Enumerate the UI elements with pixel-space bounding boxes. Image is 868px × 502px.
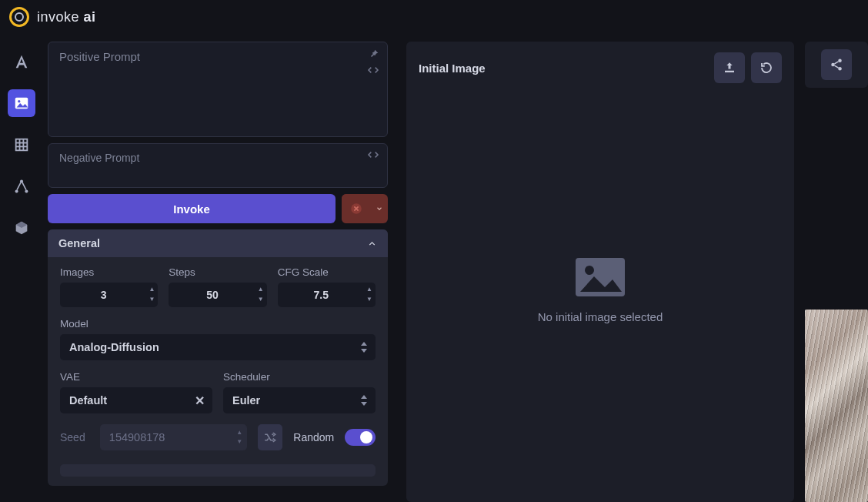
image-placeholder-icon xyxy=(576,258,625,296)
nav-image-tab[interactable] xyxy=(8,89,35,117)
steps-input[interactable]: 50 ▲▼ xyxy=(169,283,266,307)
embed-icon[interactable] xyxy=(367,64,379,76)
app-title: invoke ai xyxy=(37,9,96,25)
seed-input[interactable]: 154908178 ▲▼ xyxy=(100,424,247,450)
svg-point-1 xyxy=(18,100,20,102)
model-select[interactable]: Analog-Diffusion xyxy=(60,334,376,360)
negative-prompt-input[interactable]: Negative Prompt xyxy=(48,143,388,188)
seed-label: Seed xyxy=(60,431,89,443)
svg-marker-12 xyxy=(361,349,367,353)
nav-grid-tab[interactable] xyxy=(8,131,35,159)
random-label: Random xyxy=(293,431,334,443)
slider-placeholder[interactable] xyxy=(60,464,376,477)
svg-rect-15 xyxy=(725,71,734,72)
upload-button[interactable] xyxy=(714,52,745,83)
image-drop-area[interactable]: No initial image selected xyxy=(419,89,782,491)
logo-icon xyxy=(9,7,29,27)
share-button[interactable] xyxy=(821,49,852,80)
nav-nodes-tab[interactable] xyxy=(8,172,35,200)
vae-label: VAE xyxy=(60,371,212,383)
svg-point-19 xyxy=(831,63,835,67)
topbar: invoke ai xyxy=(0,0,868,34)
nav-cube-tab[interactable] xyxy=(8,214,35,242)
cfg-label: CFG Scale xyxy=(278,266,376,278)
updown-icon xyxy=(360,395,368,406)
images-input[interactable]: 3 ▲▼ xyxy=(60,283,158,307)
svg-marker-14 xyxy=(361,402,367,406)
chevron-up-icon xyxy=(367,239,377,249)
steps-label: Steps xyxy=(169,266,266,278)
random-toggle[interactable] xyxy=(345,429,376,446)
gallery-thumbnail[interactable] xyxy=(805,310,868,502)
initial-image-panel: Initial Image No initial image selected xyxy=(406,42,794,502)
nav-text-tab[interactable] xyxy=(8,48,35,75)
empty-state-text: No initial image selected xyxy=(538,310,663,323)
svg-point-20 xyxy=(838,67,842,71)
scheduler-label: Scheduler xyxy=(223,371,376,383)
embed-icon[interactable] xyxy=(367,149,379,161)
svg-point-18 xyxy=(838,59,842,63)
pin-icon[interactable] xyxy=(369,49,379,59)
vae-select[interactable]: Default ✕ xyxy=(60,387,212,413)
svg-point-17 xyxy=(585,266,594,275)
svg-rect-2 xyxy=(16,139,28,151)
svg-marker-13 xyxy=(361,395,367,399)
svg-marker-11 xyxy=(361,342,367,346)
cancel-menu-button[interactable] xyxy=(371,194,388,223)
updown-icon xyxy=(360,342,368,353)
gallery-panel xyxy=(805,42,868,502)
model-label: Model xyxy=(60,318,376,330)
parameters-panel: Positive Prompt Negative Prompt Invoke xyxy=(43,34,396,502)
shuffle-seed-button[interactable] xyxy=(258,424,282,450)
invoke-button[interactable]: Invoke xyxy=(48,194,336,223)
general-section: General Images 3 ▲▼ Steps xyxy=(48,229,388,486)
positive-prompt-input[interactable]: Positive Prompt xyxy=(48,42,388,137)
general-section-header[interactable]: General xyxy=(48,229,388,257)
svg-point-9 xyxy=(25,189,28,192)
initial-image-title: Initial Image xyxy=(419,62,486,75)
clear-icon[interactable]: ✕ xyxy=(195,393,205,408)
reset-button[interactable] xyxy=(751,52,782,83)
svg-point-8 xyxy=(15,189,18,192)
cancel-button[interactable] xyxy=(342,194,371,223)
nav-rail xyxy=(0,34,43,502)
cfg-input[interactable]: 7.5 ▲▼ xyxy=(278,283,376,307)
images-label: Images xyxy=(60,266,158,278)
cancel-button-group xyxy=(342,194,388,223)
scheduler-select[interactable]: Euler xyxy=(223,387,376,413)
